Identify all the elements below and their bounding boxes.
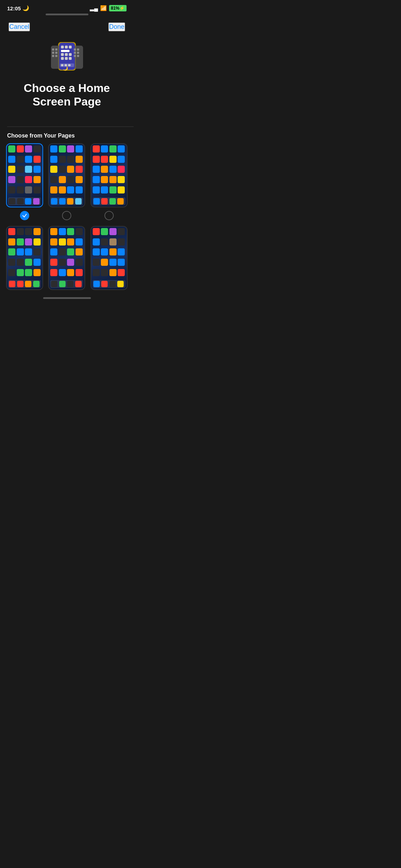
dock-icon-outlook	[25, 198, 31, 205]
app-icon-phone	[25, 259, 32, 266]
app-grid-1	[8, 145, 41, 196]
app-icon-mail	[8, 156, 15, 163]
svg-rect-21	[52, 52, 54, 54]
section-label: Choose from Your Pages	[0, 127, 134, 143]
app-icon-books	[25, 166, 32, 173]
dock-icon-spotify	[33, 281, 40, 287]
dock-icon-notion	[67, 281, 73, 287]
svg-rect-24	[55, 55, 57, 57]
page-item-3[interactable]	[90, 143, 128, 207]
svg-rect-25	[74, 48, 76, 51]
app-grid-3	[93, 145, 125, 196]
app-icon-homeworkouts	[101, 166, 108, 173]
svg-rect-22	[55, 52, 57, 54]
app-icon-landmark	[59, 248, 66, 255]
app-icon-xender	[34, 269, 41, 276]
app-icon-9gag	[59, 166, 66, 173]
dock-icon-chat	[59, 281, 66, 287]
svg-rect-30	[77, 55, 79, 57]
app-icon-kude	[93, 186, 100, 193]
app-icon-maps	[118, 259, 125, 266]
app-grid-4	[8, 228, 41, 279]
app-icon-health	[25, 176, 32, 183]
page-selector-1[interactable]	[20, 211, 29, 220]
app-icon-evernote	[118, 238, 125, 246]
pages-grid-bottom	[0, 226, 134, 290]
app-icon-watch	[67, 156, 74, 163]
battery-indicator: 81%⚡	[109, 5, 127, 11]
app-icon-gigmmobile	[93, 156, 100, 163]
app-icon-patreon	[8, 228, 15, 235]
app-icon-payday	[93, 248, 100, 255]
page-item-1[interactable]	[6, 143, 43, 207]
svg-rect-5	[65, 46, 68, 48]
app-icon-upworktalent	[109, 145, 117, 153]
svg-rect-19	[52, 48, 54, 51]
page-item-5[interactable]	[48, 226, 86, 290]
page-selector-3[interactable]	[104, 211, 114, 220]
cancel-button[interactable]: Cancel	[9, 22, 30, 31]
app-icon-canva	[67, 186, 74, 193]
app-icon-random	[34, 228, 41, 235]
app-icon-notes	[8, 166, 15, 173]
dock-icon-ebook	[109, 281, 116, 287]
app-icon-stashpad	[118, 228, 125, 235]
page-thumbnail-3	[91, 143, 128, 207]
app-icon-notebook	[101, 238, 108, 246]
app-icon-al2	[50, 176, 57, 183]
page-item-2[interactable]	[48, 143, 86, 207]
svg-rect-4	[61, 46, 64, 48]
status-bar: 12:05 🌙 ▂▄ 📶 81%⚡	[0, 0, 134, 14]
app-icon-googlemaps	[118, 156, 125, 163]
svg-rect-20	[55, 48, 57, 51]
app-icon-freeform	[76, 156, 83, 163]
pages-grid-top	[0, 143, 134, 207]
app-icon-tiktok	[34, 248, 41, 255]
dock-icon-docs	[59, 198, 66, 205]
app-icon-reddit	[8, 238, 15, 246]
app-icon-rakuten	[101, 259, 108, 266]
app-icon-alieninvasion	[67, 269, 74, 276]
app-icon-aliexpress	[50, 259, 57, 266]
app-icon-drive	[101, 145, 108, 153]
app-icon-twitter	[34, 259, 41, 266]
app-icon-fitness	[67, 228, 74, 235]
done-button[interactable]: Done	[108, 22, 125, 31]
dock-icon-barter	[25, 281, 31, 287]
dock-icon-mysmile	[93, 198, 100, 205]
page-item-6[interactable]	[90, 226, 128, 290]
dock-icon-dodopizza	[67, 198, 73, 205]
app-icon-kindle	[101, 269, 108, 276]
app-icon-wordchecker	[25, 269, 32, 276]
dock-icon-measure	[17, 198, 24, 205]
app-icon-simplenote	[93, 238, 100, 246]
app-icon-bitlife	[76, 176, 83, 183]
app-icon-clashofclans	[76, 186, 83, 193]
app-icon-translate	[50, 156, 57, 163]
page-selector-2[interactable]	[62, 211, 71, 220]
dock-icon-youtube	[9, 281, 15, 287]
app-icon-contacts	[59, 156, 66, 163]
app-icon-psapp	[101, 248, 108, 255]
app-icon-gmail	[101, 156, 108, 163]
app-icon-golfrival	[101, 228, 108, 235]
app-icon-googlekeep	[109, 156, 117, 163]
dock-icon-nigerianconst	[109, 198, 116, 205]
app-grid-5	[50, 228, 83, 279]
app-icon-podcasts	[8, 176, 15, 183]
svg-rect-27	[74, 52, 76, 54]
hero-section: 🌙 Choose a Home Screen Page	[0, 35, 134, 126]
app-icon-calendar	[17, 145, 24, 153]
svg-rect-28	[77, 52, 79, 54]
app-icon-glovo	[59, 238, 66, 246]
page-item-4[interactable]	[6, 226, 43, 290]
app-icon-2048game	[67, 166, 74, 173]
app-icon-slack	[25, 238, 32, 246]
app-icon-candycrush	[59, 186, 66, 193]
app-icon-timepage	[8, 259, 15, 266]
svg-rect-10	[69, 53, 72, 56]
dock-icon-craft	[33, 198, 40, 205]
time-display: 12:05	[7, 5, 21, 11]
app-icon-vezeta	[59, 228, 66, 235]
app-icon-stocks	[17, 166, 24, 173]
